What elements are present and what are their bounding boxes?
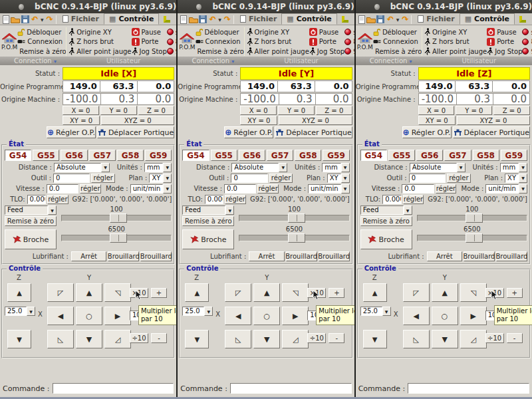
dropdown-icon[interactable]: ▼ [225, 205, 234, 215]
dropdown-icon[interactable]: ▼ [519, 184, 527, 194]
dropdown-icon[interactable]: ▼ [519, 163, 527, 172]
dropdown-icon[interactable]: ▼ [279, 163, 287, 172]
feed-slider[interactable] [417, 213, 527, 223]
step-div-10-button[interactable]: ÷10 [130, 333, 148, 343]
pause-button[interactable]: Pause [487, 27, 522, 37]
connexion-button[interactable]: Connexion [373, 37, 420, 47]
jog-down-left-button[interactable]: ◺ [403, 330, 430, 348]
zero-z-button[interactable]: Z = 0 [493, 106, 530, 115]
broche-button[interactable]: Broche [182, 229, 234, 249]
connexion-button[interactable]: Connexion [196, 37, 242, 47]
jog-z-down-button[interactable]: ▼ [7, 330, 31, 348]
commande-input[interactable] [230, 383, 352, 394]
wcs-g58-button[interactable]: G58 [117, 150, 144, 161]
coolant-off-button[interactable]: Arrêt [249, 251, 284, 261]
undo-button[interactable]: ↶ [30, 14, 39, 25]
jog-center-button[interactable]: ○ [253, 307, 280, 325]
jog-up-right-button[interactable]: ◹ [104, 283, 131, 302]
deplacer-portique-button[interactable]: Déplacer Portique [453, 126, 530, 138]
porte-button[interactable]: Porte [309, 37, 344, 47]
window-menu-icon[interactable] [196, 4, 201, 10]
redo-button[interactable]: ↷ [400, 14, 410, 25]
vitesse-input[interactable]: 0.0 [224, 184, 256, 194]
jog-x-plus-button[interactable]: ▶ [104, 307, 131, 325]
outil-regler-button[interactable]: régler [447, 174, 471, 183]
jog-up-right-button[interactable]: ◹ [282, 283, 309, 302]
jog-x-minus-button[interactable]: ◀ [225, 307, 251, 325]
spindle-slider[interactable] [417, 233, 527, 243]
regler-op-button[interactable]: ⊕ Régler O.P. [47, 126, 96, 138]
slider-handle[interactable] [288, 213, 305, 223]
remise-a-zero-button[interactable]: Remise à zéro [17, 47, 64, 56]
undo-button[interactable]: ↶ [207, 14, 217, 25]
step-div-10-button[interactable]: ÷10 [485, 333, 504, 343]
step-plus-button[interactable]: + [329, 288, 344, 298]
undo-dropdown-button[interactable]: ▼ [217, 14, 223, 25]
coolant-off-button[interactable]: Arrêt [71, 251, 106, 261]
mode-combo[interactable]: unit/min ▼ [485, 184, 527, 194]
origine-xy-button[interactable]: Origine XY [424, 27, 487, 37]
debloquer-button[interactable]: Débloquer [17, 27, 64, 37]
mist-button[interactable]: Brouillard [108, 251, 139, 261]
led-button-1[interactable]: sc [344, 27, 354, 37]
aller-point-jauge-button[interactable]: Aller point jauge [68, 47, 131, 56]
mode-combo[interactable]: unit/min ▼ [130, 184, 172, 194]
jog-z-up-button[interactable]: ▲ [7, 283, 31, 302]
distance-combo[interactable]: Absolute ▼ [54, 163, 110, 172]
vitesse-input[interactable]: 0.0 [402, 184, 434, 194]
zero-z-button[interactable]: Z = 0 [316, 106, 352, 115]
vitesse-regler-button[interactable]: régler [257, 184, 278, 194]
step-value[interactable]: 25.0 [182, 307, 204, 316]
remise-a-zero-button[interactable]: Remise à zéro [196, 47, 242, 56]
led-button-3[interactable]: 9 [167, 47, 177, 56]
jog-up-right-button[interactable]: ◹ [460, 283, 487, 302]
deplacer-portique-button[interactable]: Déplacer Portique [97, 126, 174, 138]
pom-button[interactable]: P.O.M [179, 27, 195, 57]
tab-probe-partial[interactable] [159, 13, 175, 25]
wcs-g55-button[interactable]: G55 [33, 150, 59, 161]
step-minus-button[interactable]: - [151, 333, 167, 343]
zero-y-button[interactable]: Y = 0 [100, 106, 137, 115]
wcs-g54-button[interactable]: G54 [182, 150, 209, 161]
new-file-button[interactable] [357, 14, 366, 25]
wcs-g56-button[interactable]: G56 [416, 150, 443, 161]
feed-combo[interactable]: Feed ▼ [360, 205, 412, 215]
zero-xyz-button[interactable]: XYZ = 0 [101, 116, 174, 125]
undo-dropdown-button[interactable]: ▼ [395, 14, 400, 25]
redo-button[interactable]: ↷ [45, 14, 54, 25]
unites-combo[interactable]: mm ▼ [322, 163, 349, 172]
dropdown-icon[interactable]: ▼ [519, 174, 527, 183]
regler-op-button[interactable]: ⊕ Régler O.P. [224, 126, 273, 138]
jog-stop-button[interactable]: Jog Stop [132, 47, 167, 56]
wcs-g56-button[interactable]: G56 [239, 150, 265, 161]
wcs-g59-button[interactable]: G59 [323, 150, 349, 161]
slider-handle[interactable] [110, 233, 127, 243]
pause-button[interactable]: Pause [132, 27, 167, 37]
dropdown-icon[interactable]: ▼ [48, 205, 57, 215]
jog-stop-button[interactable]: Jog Stop [487, 47, 522, 56]
flood-button[interactable]: Brouillard [140, 251, 172, 261]
outil-regler-button[interactable]: régler [269, 174, 293, 183]
wcs-g59-button[interactable]: G59 [501, 150, 527, 161]
led-button-2[interactable]: 8 [167, 37, 177, 47]
zero-y-button[interactable]: Y = 0 [278, 106, 315, 115]
tab-fichier[interactable]: Fichier [58, 13, 104, 25]
spindle-slider[interactable] [61, 233, 172, 243]
wcs-g58-button[interactable]: G58 [295, 150, 321, 161]
tlo-regler-button[interactable]: régler [225, 195, 245, 204]
feed-slider[interactable] [239, 213, 349, 223]
outil-regler-button[interactable]: régler [91, 174, 115, 183]
wcs-g55-button[interactable]: G55 [388, 150, 415, 161]
remise-a-zero-button[interactable]: Remise à zéro [373, 47, 420, 56]
plan-combo[interactable]: XY ▼ [327, 174, 350, 183]
led-button-2[interactable]: 8 [522, 37, 532, 47]
outil-input[interactable]: 0 [53, 174, 90, 183]
save-button[interactable] [198, 14, 207, 25]
pom-button[interactable]: P.O.M [357, 27, 373, 57]
step-value[interactable]: 25.0 [360, 307, 382, 316]
spindle-slider[interactable] [239, 233, 349, 243]
jog-y-minus-button[interactable]: ▼ [432, 330, 458, 348]
connection-group-label[interactable]: Connection ▾ [0, 57, 70, 65]
unites-combo[interactable]: mm ▼ [500, 163, 527, 172]
led-button-3[interactable]: 9 [344, 47, 354, 56]
